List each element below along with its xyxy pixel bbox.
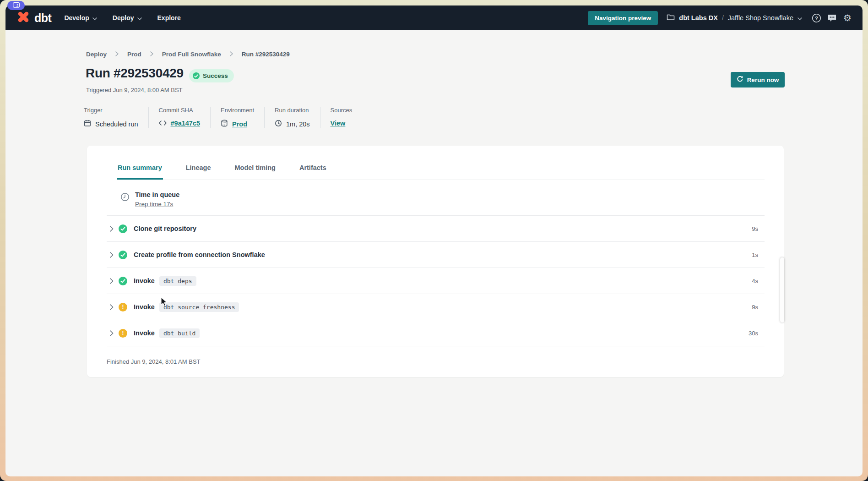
gear-icon[interactable]: ⚙ bbox=[842, 12, 853, 23]
database-icon bbox=[221, 120, 228, 128]
meta-label: Environment bbox=[221, 107, 254, 114]
nav-explore[interactable]: Explore bbox=[157, 14, 181, 22]
meta-value: Scheduled run bbox=[95, 120, 138, 128]
step-command-chip: dbt deps bbox=[159, 276, 196, 286]
finished-timestamp: Finished Jun 9, 2024, 8:01 AM BST bbox=[107, 358, 765, 365]
step-label: Clone git repository bbox=[134, 225, 196, 232]
tab-model-timing[interactable]: Model timing bbox=[234, 164, 277, 180]
step-label: Invoke bbox=[134, 277, 155, 284]
chevron-down-icon bbox=[797, 14, 802, 22]
clock-icon bbox=[275, 120, 282, 128]
step-duration: 9s bbox=[752, 304, 758, 311]
breadcrumb-run: Run #292530429 bbox=[242, 51, 290, 58]
meta-environment: Environment Prod bbox=[221, 107, 265, 128]
svg-text:?: ? bbox=[815, 15, 818, 21]
step-row-dbt-deps[interactable]: Invoke dbt deps 4s bbox=[107, 268, 765, 294]
success-check-icon bbox=[193, 72, 200, 79]
step-row-create-profile[interactable]: Create profile from connection Snowflake… bbox=[107, 242, 765, 268]
navigation-preview-button[interactable]: Navigation preview bbox=[588, 11, 658, 25]
step-label: Create profile from connection Snowflake bbox=[134, 251, 265, 258]
success-check-icon bbox=[119, 251, 127, 259]
triggered-timestamp: Triggered Jun 9, 2024, 8:00 AM BST bbox=[86, 87, 183, 93]
nav-develop-label: Develop bbox=[64, 14, 89, 22]
success-check-icon bbox=[119, 224, 127, 233]
rerun-now-button[interactable]: Rerun now bbox=[731, 72, 785, 87]
meta-label: Run duration bbox=[275, 107, 310, 114]
nav-deploy[interactable]: Deploy bbox=[113, 14, 142, 22]
breadcrumb-prod[interactable]: Prod bbox=[127, 51, 141, 58]
page-title: Run #292530429 bbox=[86, 66, 184, 81]
tab-run-summary[interactable]: Run summary bbox=[117, 164, 163, 180]
chevron-right-icon[interactable] bbox=[110, 304, 114, 310]
tab-bar: Run summary Lineage Model timing Artifac… bbox=[117, 146, 765, 180]
commit-sha-link[interactable]: #9a147c5 bbox=[171, 120, 201, 127]
top-navbar: dbt Develop Deploy Explore bbox=[5, 5, 863, 30]
screen: dbt Develop Deploy Explore bbox=[0, 0, 868, 481]
meta-label: Sources bbox=[331, 107, 353, 114]
meta-label: Commit SHA bbox=[159, 107, 201, 114]
refresh-icon bbox=[737, 76, 743, 84]
project-name: Jaffle Shop Snowflake bbox=[728, 14, 793, 22]
scrollbar-thumb[interactable] bbox=[780, 257, 784, 322]
meta-commit-sha: Commit SHA #9a147c5 bbox=[159, 107, 211, 128]
tab-artifacts[interactable]: Artifacts bbox=[298, 164, 327, 180]
chevron-right-icon bbox=[150, 50, 153, 58]
environment-link[interactable]: Prod bbox=[232, 120, 247, 128]
status-badge-label: Success bbox=[203, 72, 228, 79]
meta-sources: Sources View bbox=[331, 107, 363, 128]
prep-time-link[interactable]: Prep time 17s bbox=[135, 201, 173, 208]
warning-icon bbox=[119, 303, 127, 312]
run-summary-card: Run summary Lineage Model timing Artifac… bbox=[87, 146, 784, 377]
meta-value: 1m, 20s bbox=[286, 120, 310, 128]
dbt-logo-text: dbt bbox=[34, 11, 51, 25]
help-icon[interactable]: ? bbox=[811, 12, 822, 23]
main-nav: Develop Deploy Explore bbox=[64, 14, 181, 22]
step-command-chip: dbt source freshness bbox=[159, 302, 239, 312]
screen-share-icon bbox=[13, 1, 20, 10]
path-separator: / bbox=[722, 14, 724, 22]
app-window: dbt Develop Deploy Explore bbox=[5, 5, 863, 476]
step-duration: 9s bbox=[752, 225, 758, 232]
chevron-right-icon[interactable] bbox=[110, 330, 114, 336]
chevron-right-icon[interactable] bbox=[110, 252, 114, 258]
dbt-logo-icon bbox=[16, 10, 31, 26]
breadcrumb-deploy[interactable]: Deploy bbox=[86, 51, 107, 58]
step-command-chip: dbt build bbox=[159, 328, 200, 338]
calendar-icon bbox=[84, 120, 91, 128]
time-in-queue-row: Time in queue Prep time 17s bbox=[107, 180, 765, 216]
meta-trigger: Trigger Scheduled run bbox=[84, 107, 149, 128]
step-duration: 30s bbox=[749, 330, 758, 337]
chevron-down-icon bbox=[92, 14, 97, 22]
chevron-right-icon bbox=[115, 50, 119, 58]
dbt-logo[interactable]: dbt bbox=[16, 10, 51, 26]
step-row-clone-git[interactable]: Clone git repository 9s bbox=[107, 216, 765, 242]
breadcrumb-job[interactable]: Prod Full Snowflake bbox=[162, 51, 221, 58]
meta-label: Trigger bbox=[84, 107, 138, 114]
sources-view-link[interactable]: View bbox=[331, 120, 346, 127]
topbar-icons: ? ⚙ bbox=[811, 12, 853, 23]
chevron-right-icon[interactable] bbox=[110, 226, 114, 232]
step-row-dbt-source-freshness[interactable]: Invoke dbt source freshness 9s bbox=[107, 294, 765, 320]
run-meta: Trigger Scheduled run Commit SHA #9a147c… bbox=[84, 107, 372, 128]
warning-icon bbox=[119, 329, 127, 338]
folder-icon bbox=[667, 14, 675, 22]
chevron-right-icon bbox=[230, 50, 233, 58]
step-duration: 4s bbox=[752, 278, 758, 284]
feedback-icon[interactable] bbox=[826, 12, 837, 23]
chevron-right-icon[interactable] bbox=[110, 278, 114, 284]
step-row-dbt-build[interactable]: Invoke dbt build 30s bbox=[107, 320, 765, 346]
tab-lineage[interactable]: Lineage bbox=[185, 164, 212, 180]
step-label: Invoke bbox=[134, 329, 155, 337]
project-selector[interactable]: dbt Labs DX / Jaffle Shop Snowflake bbox=[667, 14, 802, 22]
time-in-queue-title: Time in queue bbox=[135, 191, 179, 198]
nav-develop[interactable]: Develop bbox=[64, 14, 97, 22]
topbar-right: Navigation preview dbt Labs DX / Jaffle … bbox=[588, 11, 853, 25]
timer-icon bbox=[120, 192, 130, 203]
step-label: Invoke bbox=[134, 303, 155, 311]
screen-share-badge bbox=[7, 1, 25, 10]
account-name: dbt Labs DX bbox=[679, 14, 718, 22]
nav-explore-label: Explore bbox=[157, 14, 181, 22]
breadcrumb: Deploy Prod Prod Full Snowflake Run #292… bbox=[86, 50, 290, 58]
status-badge: Success bbox=[189, 69, 234, 82]
meta-run-duration: Run duration 1m, 20s bbox=[275, 107, 320, 128]
